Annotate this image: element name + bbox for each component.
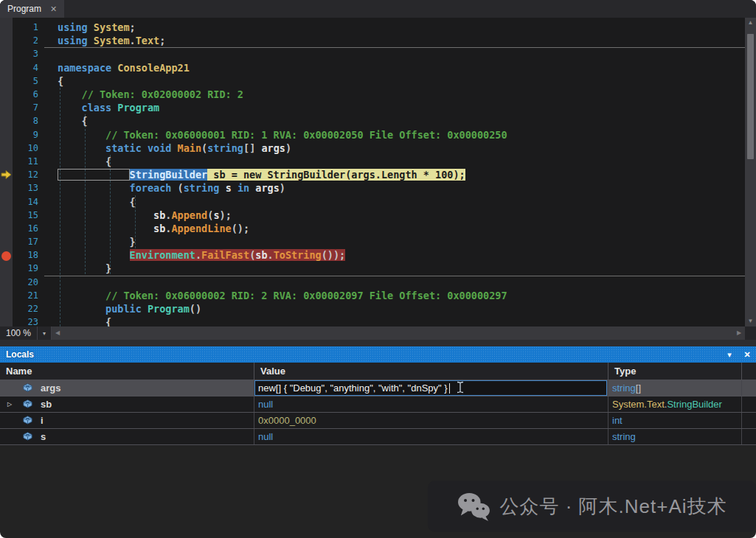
code-segment xyxy=(58,209,153,221)
code-line-8[interactable]: 8 { xyxy=(0,114,745,127)
code-text: { xyxy=(46,316,111,326)
column-header-name[interactable]: Name xyxy=(0,363,254,380)
variable-name: args xyxy=(41,382,60,394)
expander-icon[interactable]: ▷ xyxy=(6,401,13,408)
editor-horizontal-scrollbar[interactable]: ◀ ▶ xyxy=(52,326,745,340)
editor-vertical-scrollbar[interactable]: ▲ ▼ xyxy=(745,18,756,326)
code-line-11[interactable]: 11 { xyxy=(0,155,745,168)
locals-title-bar[interactable]: Locals ▾ ✕ xyxy=(0,346,756,363)
locals-type-cell: string[] xyxy=(608,380,742,396)
code-segment: ) xyxy=(280,182,285,194)
code-text: class Program xyxy=(46,102,159,113)
code-line-2[interactable]: 2using System.Text; xyxy=(0,34,745,47)
code-line-14[interactable]: 14 { xyxy=(0,195,745,208)
locals-name-cell[interactable]: args xyxy=(0,380,254,396)
code-text: foreach (string s in args) xyxy=(46,182,285,194)
code-segment: { xyxy=(58,115,88,127)
code-line-9[interactable]: 9 // Token: 0x06000001 RID: 1 RVA: 0x000… xyxy=(0,128,745,142)
line-number: 6 xyxy=(0,89,46,99)
value-segment: string xyxy=(612,431,636,442)
value-segment: StringBuilder xyxy=(667,399,721,410)
zoom-dropdown-button[interactable]: ▾ xyxy=(38,326,52,340)
code-segment: Program xyxy=(117,102,159,113)
row-filler xyxy=(742,429,756,444)
code-line-16[interactable]: 16 sb.AppendLine(); xyxy=(0,222,745,235)
code-line-3[interactable]: 3 xyxy=(0,47,745,60)
code-segment: ); xyxy=(220,209,232,221)
code-line-5[interactable]: 5{ xyxy=(0,74,745,88)
locals-close-icon[interactable]: ✕ xyxy=(738,350,756,360)
value-edit-box[interactable]: new[] { "Debug", "anything", "with", "dn… xyxy=(254,380,607,396)
code-line-17[interactable]: 17 } xyxy=(0,235,745,248)
column-header-value[interactable]: Value xyxy=(254,363,608,380)
locals-row-sb[interactable]: ▷sbnullSystem.Text.StringBuilder xyxy=(0,396,756,413)
tab-bar: Program ✕ xyxy=(0,0,756,18)
code-line-21[interactable]: 21 // Token: 0x06000002 RID: 2 RVA: 0x00… xyxy=(0,289,745,302)
code-line-19[interactable]: 19 } xyxy=(0,262,745,275)
code-segment: ( xyxy=(201,142,207,154)
line-number: 13 xyxy=(0,183,46,193)
code-line-7[interactable]: 7 class Program xyxy=(0,101,745,114)
code-line-1[interactable]: 1using System; xyxy=(0,21,745,34)
scroll-up-icon[interactable]: ▲ xyxy=(745,18,756,28)
code-text: sb.AppendLine(); xyxy=(46,223,249,234)
code-line-23[interactable]: 23 { xyxy=(0,315,745,326)
code-line-12[interactable]: 12 StringBuilder sb = new StringBuilder(… xyxy=(0,168,745,181)
editor-bottom-bar: 100 % ▾ ◀ ▶ xyxy=(0,326,756,340)
code-segment: FailFast xyxy=(201,249,249,261)
locals-name-cell[interactable]: s xyxy=(0,429,254,444)
locals-grid: Name Value Type argsnew[] { "Debug", "an… xyxy=(0,363,756,445)
tab-program[interactable]: Program ✕ xyxy=(0,0,64,18)
code-line-6[interactable]: 6 // Token: 0x02000002 RID: 2 xyxy=(0,88,745,101)
code-line-10[interactable]: 10 static void Main(string[] args) xyxy=(0,142,745,155)
locals-row-s[interactable]: snullstring xyxy=(0,429,756,445)
code-segment: ( xyxy=(171,182,183,194)
locals-type-cell: System.Text.StringBuilder xyxy=(608,396,742,412)
locals-value-cell[interactable]: null xyxy=(254,429,608,444)
zoom-level-control[interactable]: 100 % xyxy=(0,326,38,340)
locals-title: Locals xyxy=(0,349,34,360)
locals-name-cell[interactable]: ▷sb xyxy=(0,396,254,412)
code-line-13[interactable]: 13 foreach (string s in args) xyxy=(0,181,745,195)
variable-name: s xyxy=(41,431,46,442)
breakpoint-icon[interactable] xyxy=(1,251,12,265)
code-line-22[interactable]: 22 public Program() xyxy=(0,302,745,315)
locals-row-args[interactable]: argsnew[] { "Debug", "anything", "with",… xyxy=(0,380,756,396)
watermark: 公众号 · 阿木.Net+Ai技术 xyxy=(428,481,756,532)
scroll-right-icon[interactable]: ▶ xyxy=(733,326,745,340)
code-segment: void xyxy=(148,142,178,154)
locals-value-cell[interactable]: 0x0000_0000 xyxy=(254,413,608,428)
code-line-18[interactable]: 18 Environment.FailFast(sb.ToString()); xyxy=(0,248,745,262)
locals-value-cell[interactable]: new[] { "Debug", "anything", "with", "dn… xyxy=(254,380,608,396)
value-edit-text: new[] { "Debug", "anything", "with", "dn… xyxy=(258,382,448,394)
code-segment: } xyxy=(58,262,111,274)
code-editor[interactable]: 1using System;2using System.Text;34names… xyxy=(0,18,745,326)
locals-row-i[interactable]: i0x0000_0000int xyxy=(0,413,756,429)
code-text: { xyxy=(46,75,63,87)
scroll-left-icon[interactable]: ◀ xyxy=(52,326,63,340)
code-text: } xyxy=(46,236,136,248)
code-segment: { xyxy=(58,156,111,167)
code-line-4[interactable]: 4namespace ConsoleApp21 xyxy=(0,61,745,74)
tab-label: Program xyxy=(7,4,41,14)
value-segment: int xyxy=(612,415,623,426)
locals-name-cell[interactable]: i xyxy=(0,413,254,428)
locals-menu-chevron-icon[interactable]: ▾ xyxy=(721,350,738,360)
vertical-scroll-thumb[interactable] xyxy=(747,34,754,159)
scroll-down-icon[interactable]: ▼ xyxy=(745,316,756,326)
code-text: // Token: 0x02000002 RID: 2 xyxy=(46,88,243,100)
code-segment: public xyxy=(105,303,148,315)
code-text: sb.Append(s); xyxy=(46,209,232,221)
code-segment: sb = new StringBuilder(args.Length * 100… xyxy=(207,169,465,181)
code-line-20[interactable]: 20 xyxy=(0,276,745,289)
code-segment: } xyxy=(58,236,136,248)
code-segment xyxy=(58,249,130,261)
code-segment: ) xyxy=(285,142,291,154)
local-variable-icon xyxy=(22,382,33,394)
code-line-15[interactable]: 15 sb.Append(s); xyxy=(0,209,745,222)
tab-close-icon[interactable]: ✕ xyxy=(50,4,57,14)
column-header-type[interactable]: Type xyxy=(608,363,742,380)
code-segment: System xyxy=(94,35,130,46)
locals-value-cell[interactable]: null xyxy=(254,396,608,412)
code-lines: 1using System;2using System.Text;34names… xyxy=(0,21,745,326)
